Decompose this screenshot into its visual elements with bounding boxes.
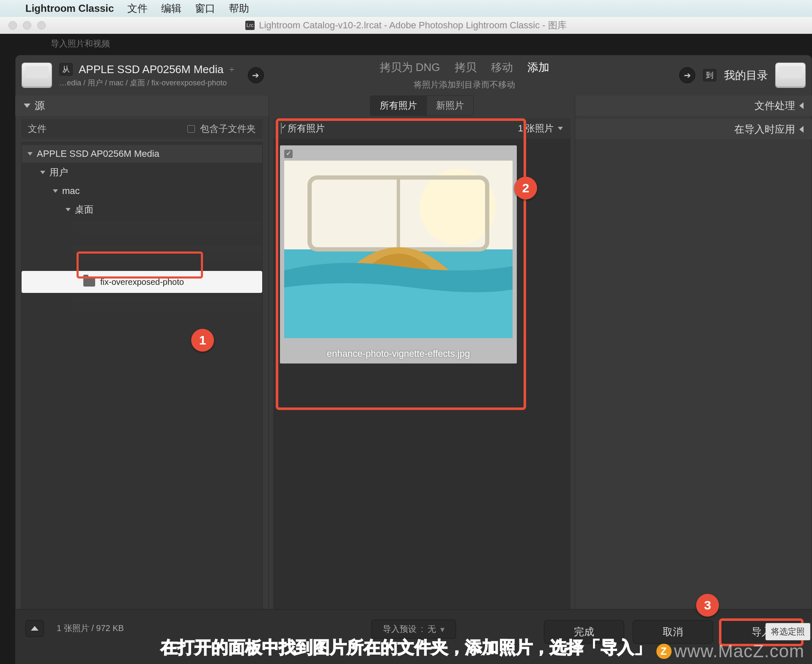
mode-subtitle: 将照片添加到目录而不移动 xyxy=(269,79,660,90)
thumb-tabs: 所有照片 新照片 xyxy=(269,96,575,116)
import-header: 从 APPLE SSD AP0256M Media ÷ …edia / 用户 /… xyxy=(15,55,812,96)
mode-dng[interactable]: 拷贝为 DNG xyxy=(380,60,440,75)
expand-button[interactable] xyxy=(25,620,44,637)
tree-item-mac[interactable]: mac xyxy=(22,182,262,200)
arrow-right-icon[interactable]: ➔ xyxy=(248,67,264,83)
menu-window[interactable]: 窗口 xyxy=(195,2,215,15)
import-hint: 导入照片和视频 xyxy=(0,34,812,52)
close-icon[interactable] xyxy=(8,21,17,30)
mode-add[interactable]: 添加 xyxy=(527,60,549,75)
destination-name[interactable]: 我的目录 xyxy=(724,68,768,83)
menu-edit[interactable]: 编辑 xyxy=(161,2,181,15)
source-selector-icon[interactable]: ÷ xyxy=(230,65,234,74)
zoom-icon[interactable] xyxy=(37,21,46,30)
panel-source: 源 文件 包含子文件夹 APPLE SSD AP0256M Media 用户 m… xyxy=(15,96,269,664)
thumb-header-label: 所有照片 xyxy=(288,123,325,134)
to-chip: 到 xyxy=(703,69,716,82)
panel-right: 文件处理 在导入时应用 xyxy=(575,96,812,664)
app-body: 导入照片和视频 从 APPLE SSD AP0256M Media ÷ …edi… xyxy=(0,34,812,664)
panel-title-file-handling[interactable]: 文件处理 xyxy=(575,96,812,116)
drive-icon xyxy=(776,63,805,87)
panel-title-label: 文件处理 xyxy=(754,99,795,112)
window-titlebar: Lrc Lightroom Catalog-v10-2.lrcat - Adob… xyxy=(0,17,812,34)
annotation-badge-3: 3 xyxy=(696,594,719,617)
panel-title-label: 源 xyxy=(35,99,45,112)
import-modes: 拷贝为 DNG 拷贝 移动 添加 xyxy=(269,60,660,75)
thumb-image[interactable] xyxy=(284,161,513,338)
source-name[interactable]: APPLE SSD AP0256M Media xyxy=(79,63,224,76)
thumb-checkbox[interactable] xyxy=(284,150,293,158)
source-breadcrumb: …edia / 用户 / mac / 桌面 / fix-overexposed-… xyxy=(59,78,234,88)
window-title: Lightroom Catalog-v10-2.lrcat - Adobe Ph… xyxy=(259,19,567,32)
menubar-app-name[interactable]: Lightroom Classic xyxy=(25,3,114,14)
tab-new-photos[interactable]: 新照片 xyxy=(427,96,474,116)
chevron-down-icon[interactable] xyxy=(558,127,563,130)
chevron-up-icon xyxy=(31,626,38,631)
minimize-icon[interactable] xyxy=(23,21,31,30)
watermark: Zwww.MacZ.com xyxy=(656,641,804,661)
mode-move[interactable]: 移动 xyxy=(491,60,513,75)
chevron-down-icon xyxy=(40,171,45,174)
thumb-filename: enhance-photo-vignette-effects.jpg xyxy=(284,348,513,359)
chevron-down-icon xyxy=(24,104,30,108)
tree-item-selected[interactable]: fix-overexposed-photo xyxy=(22,271,262,293)
menu-help[interactable]: 帮助 xyxy=(229,2,249,15)
panel-title-apply-during-import[interactable]: 在导入时应用 xyxy=(575,119,812,139)
mac-menubar: Lightroom Classic 文件 编辑 窗口 帮助 xyxy=(0,0,812,17)
photo-count: 1 张照片 xyxy=(518,122,554,135)
thumb-header: 所有照片 1 张照片 xyxy=(273,118,571,139)
menu-file[interactable]: 文件 xyxy=(127,2,148,15)
annotation-badge-2: 2 xyxy=(514,177,537,199)
document-icon: Lrc xyxy=(245,21,255,30)
footer-info: 1 张照片 / 972 KB xyxy=(57,623,124,634)
chevron-down-icon xyxy=(27,152,33,156)
chevron-left-icon xyxy=(799,126,804,133)
watermark-icon: Z xyxy=(656,644,672,659)
from-chip: 从 xyxy=(59,63,73,76)
tree-item-users[interactable]: 用户 xyxy=(22,163,262,182)
mode-copy[interactable]: 拷贝 xyxy=(455,60,477,75)
checkbox-icon[interactable] xyxy=(187,125,195,133)
thumb-card[interactable]: enhance-photo-vignette-effects.jpg xyxy=(280,145,517,363)
files-header: 文件 包含子文件夹 xyxy=(21,119,263,139)
panel-title-label: 在导入时应用 xyxy=(734,123,795,136)
folder-icon xyxy=(83,277,95,287)
tree-item-desktop[interactable]: 桌面 xyxy=(22,200,262,219)
panel-title-source[interactable]: 源 xyxy=(15,96,269,116)
chevron-down-icon xyxy=(53,189,58,193)
import-dialog: 从 APPLE SSD AP0256M Media ÷ …edia / 用户 /… xyxy=(15,55,812,664)
selected-folder-label: fix-overexposed-photo xyxy=(100,277,184,287)
drive-icon xyxy=(22,63,52,87)
files-label: 文件 xyxy=(28,123,47,135)
chevron-left-icon xyxy=(799,102,804,109)
thumb-grid[interactable]: enhance-photo-vignette-effects.jpg xyxy=(273,139,571,634)
tab-all-photos[interactable]: 所有照片 xyxy=(370,96,427,116)
checkbox-icon[interactable] xyxy=(281,123,282,134)
annotation-badge-1: 1 xyxy=(191,329,214,352)
folder-tree: APPLE SSD AP0256M Media 用户 mac 桌面 fix-ov… xyxy=(21,142,263,664)
window-controls[interactable] xyxy=(8,21,46,30)
arrow-right-icon[interactable]: ➔ xyxy=(679,67,695,83)
include-subfolders-toggle[interactable]: 包含子文件夹 xyxy=(187,123,256,135)
chevron-down-icon xyxy=(66,208,71,211)
tree-root[interactable]: APPLE SSD AP0256M Media xyxy=(22,145,262,163)
